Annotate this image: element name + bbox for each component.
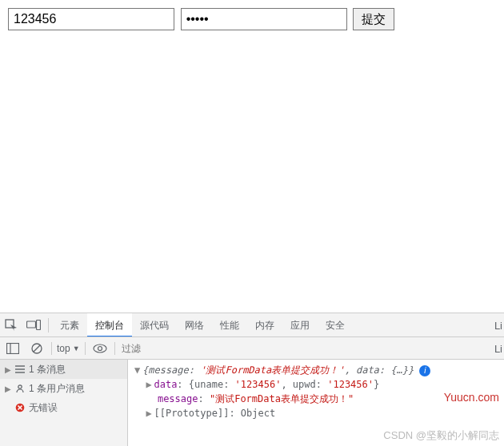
sidebar-toggle-icon[interactable]	[3, 340, 22, 357]
console-body: ▶ 1 条消息 ▶ 1 条用户消息 无错误	[0, 360, 504, 446]
watermark-csdn: CSDN @坚毅的小解同志	[383, 428, 499, 443]
context-label: top	[57, 343, 70, 354]
sidebar-label: 1 条消息	[29, 363, 66, 376]
svg-rect-3	[7, 343, 19, 353]
password-input[interactable]	[181, 8, 347, 30]
filter-input[interactable]	[120, 340, 501, 356]
sidebar-messages[interactable]: ▶ 1 条消息	[0, 360, 127, 379]
sidebar-label: 无错误	[29, 401, 58, 415]
error-icon	[15, 403, 25, 412]
console-output[interactable]: ▼{message: '测试FormData表单提交成功！', data: {……	[128, 360, 504, 446]
inspect-icon[interactable]	[0, 314, 22, 336]
user-icon	[15, 384, 25, 393]
console-object-summary[interactable]: ▼{message: '测试FormData表单提交成功！', data: {……	[134, 363, 501, 377]
sidebar-label: 1 条用户消息	[29, 382, 85, 396]
sidebar-no-errors[interactable]: 无错误	[0, 398, 127, 417]
sidebar-user-messages[interactable]: ▶ 1 条用户消息	[0, 379, 127, 398]
form-row: 提交	[8, 8, 496, 30]
messages-icon	[15, 365, 25, 373]
console-sidebar: ▶ 1 条消息 ▶ 1 条用户消息 无错误	[0, 360, 128, 446]
toolbar-overflow-text: Li	[494, 343, 502, 355]
svg-rect-1	[27, 321, 36, 328]
devtools-tabstrip: 元素 控制台 源代码 网络 性能 内存 应用 安全 Li	[0, 313, 504, 337]
tab-console[interactable]: 控制台	[87, 313, 132, 337]
tab-sources[interactable]: 源代码	[132, 313, 177, 337]
console-object-prototype[interactable]: ▶[[Prototype]]: Object	[134, 406, 501, 420]
expand-arrow-icon: ▶	[5, 365, 11, 374]
console-toolbar: top ▼ Li	[0, 337, 504, 360]
tab-memory[interactable]: 内存	[247, 313, 282, 337]
submit-button[interactable]: 提交	[353, 8, 394, 30]
username-input[interactable]	[8, 8, 174, 30]
svg-point-12	[18, 385, 22, 388]
info-badge-icon[interactable]: i	[419, 365, 430, 376]
svg-rect-2	[37, 320, 41, 329]
tab-network[interactable]: 网络	[177, 313, 212, 337]
live-expression-icon[interactable]	[90, 340, 110, 357]
tab-application[interactable]: 应用	[282, 313, 318, 337]
svg-point-7	[94, 344, 106, 352]
tab-security[interactable]: 安全	[318, 313, 353, 337]
tab-performance[interactable]: 性能	[212, 313, 247, 337]
svg-point-8	[98, 346, 102, 350]
tab-elements[interactable]: 元素	[52, 313, 87, 337]
device-toggle-icon[interactable]	[22, 314, 45, 336]
expand-arrow-icon: ▶	[5, 384, 11, 393]
tab-overflow-text: Li	[494, 320, 502, 332]
watermark-yuucn: Yuucn.com	[444, 390, 499, 404]
clear-console-icon[interactable]	[27, 340, 46, 357]
page-content: 提交	[0, 0, 504, 38]
execution-context[interactable]: top ▼	[57, 343, 80, 354]
devtools-panel: 元素 控制台 源代码 网络 性能 内存 应用 安全 Li top ▼ Li	[0, 313, 504, 446]
chevron-down-icon: ▼	[73, 344, 80, 352]
svg-line-6	[34, 345, 40, 352]
